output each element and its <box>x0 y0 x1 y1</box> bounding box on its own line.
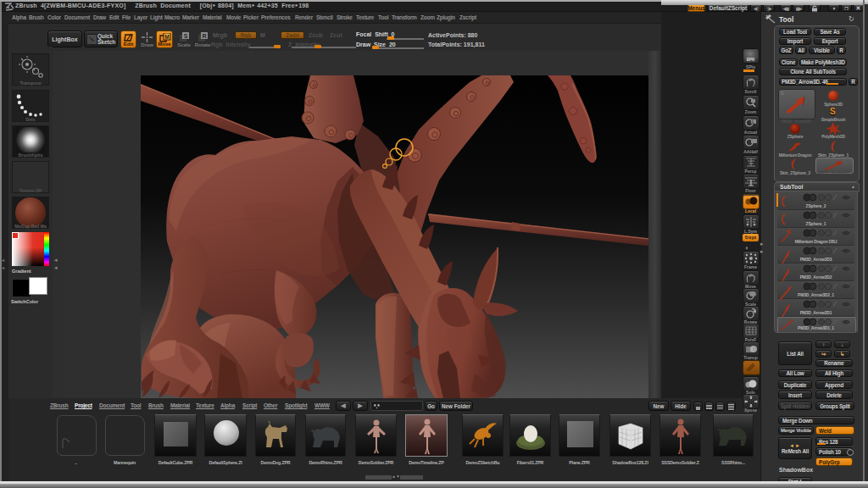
svg-text:1: 1 <box>752 119 754 125</box>
svg-text:M: M <box>164 34 169 40</box>
svg-text:S: S <box>184 33 188 39</box>
svg-text:R: R <box>202 33 206 39</box>
